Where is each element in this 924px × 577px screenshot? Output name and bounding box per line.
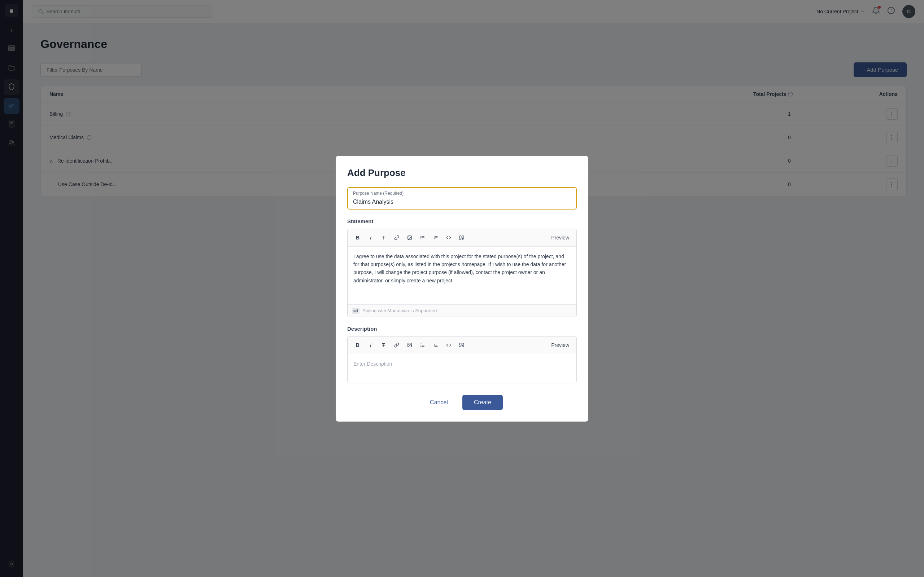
svg-point-43 bbox=[421, 343, 421, 344]
desc-code-icon bbox=[446, 343, 451, 348]
description-editor-body[interactable]: Enter Description bbox=[347, 354, 577, 383]
desc-numbered-button[interactable] bbox=[430, 339, 441, 351]
svg-point-39 bbox=[409, 344, 409, 345]
svg-point-45 bbox=[421, 346, 421, 346]
description-group: Description B I T bbox=[347, 326, 577, 384]
desc-image-icon bbox=[407, 343, 412, 348]
desc-image-button[interactable] bbox=[404, 339, 415, 351]
desc-strikethrough-button[interactable]: T bbox=[378, 339, 389, 351]
desc-italic-button[interactable]: I bbox=[365, 339, 376, 351]
statement-editor: B I T bbox=[347, 229, 577, 317]
link-button[interactable] bbox=[391, 232, 402, 243]
modal-footer: Cancel Create bbox=[347, 395, 577, 410]
modal-title: Add Purpose bbox=[347, 167, 577, 179]
statement-group: Statement B I T bbox=[347, 218, 577, 317]
strikethrough-button[interactable]: T bbox=[378, 232, 389, 243]
desc-bold-button[interactable]: B bbox=[352, 339, 363, 351]
modal-overlay: Add Purpose Purpose Name (Required) Stat… bbox=[0, 0, 924, 577]
svg-point-34 bbox=[421, 239, 421, 239]
desc-bullet-icon bbox=[420, 343, 425, 348]
svg-point-33 bbox=[421, 237, 421, 238]
quote-icon bbox=[459, 235, 464, 240]
svg-point-32 bbox=[421, 236, 421, 236]
svg-point-28 bbox=[409, 237, 409, 237]
purpose-name-field-wrapper: Purpose Name (Required) bbox=[347, 187, 577, 210]
create-button[interactable]: Create bbox=[462, 395, 503, 410]
quote-button[interactable] bbox=[456, 232, 467, 243]
code-button[interactable] bbox=[443, 232, 454, 243]
desc-code-button[interactable] bbox=[443, 339, 454, 351]
bullet-list-icon bbox=[420, 235, 425, 240]
description-preview-button[interactable]: Preview bbox=[548, 341, 572, 350]
bold-button[interactable]: B bbox=[352, 232, 363, 243]
italic-button[interactable]: I bbox=[365, 232, 376, 243]
statement-preview-button[interactable]: Preview bbox=[548, 233, 572, 242]
desc-bullet-button[interactable] bbox=[417, 339, 428, 351]
desc-numbered-icon bbox=[433, 343, 438, 348]
add-purpose-modal: Add Purpose Purpose Name (Required) Stat… bbox=[336, 156, 588, 422]
description-placeholder: Enter Description bbox=[353, 361, 392, 367]
markdown-icon: md bbox=[352, 308, 360, 314]
image-button[interactable] bbox=[404, 232, 415, 243]
statement-text: I agree to use the data associated with … bbox=[353, 253, 566, 284]
desc-quote-icon bbox=[459, 343, 464, 348]
code-icon bbox=[446, 235, 451, 240]
svg-point-44 bbox=[421, 345, 421, 345]
description-toolbar: B I T bbox=[347, 337, 577, 354]
cancel-button[interactable]: Cancel bbox=[421, 395, 457, 410]
statement-label: Statement bbox=[347, 218, 577, 224]
statement-editor-body[interactable]: I agree to use the data associated with … bbox=[347, 247, 577, 305]
description-label: Description bbox=[347, 326, 577, 332]
statement-editor-footer: md Styling with Markdown is Supported. bbox=[347, 305, 577, 317]
numbered-list-button[interactable] bbox=[430, 232, 441, 243]
purpose-name-label: Purpose Name (Required) bbox=[353, 191, 404, 196]
bullet-list-button[interactable] bbox=[417, 232, 428, 243]
link-icon bbox=[394, 235, 399, 240]
purpose-name-group: Purpose Name (Required) bbox=[347, 187, 577, 210]
desc-link-icon bbox=[394, 343, 399, 348]
statement-toolbar: B I T bbox=[347, 229, 577, 247]
description-editor: B I T bbox=[347, 336, 577, 384]
numbered-list-icon bbox=[433, 235, 438, 240]
desc-quote-button[interactable] bbox=[456, 339, 467, 351]
image-icon bbox=[407, 235, 412, 240]
desc-link-button[interactable] bbox=[391, 339, 402, 351]
markdown-hint: Styling with Markdown is Supported. bbox=[362, 308, 438, 313]
